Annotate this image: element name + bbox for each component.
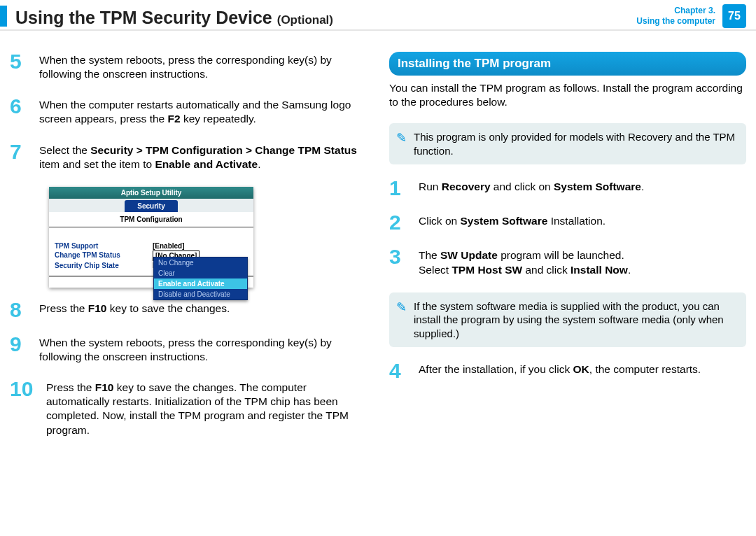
step-number: 8 [10, 300, 34, 319]
right-column: Installing the TPM program You can insta… [389, 52, 746, 453]
step-10: 10 Press the F10 key to save the changes… [10, 379, 367, 437]
note-text: This program is only provided for models… [414, 130, 736, 157]
step-number: 10 [10, 379, 41, 398]
t: Enable and Activate [155, 158, 258, 170]
r-step-1: 1 Run Recovery and click on System Softw… [389, 178, 746, 197]
t: SW Update [440, 249, 498, 261]
step-number: 6 [10, 97, 34, 115]
left-column: 5 When the system reboots, press the cor… [10, 52, 367, 453]
step-5: 5 When the system reboots, press the cor… [10, 52, 367, 81]
t: Select the [39, 144, 90, 156]
step-text: Press the F10 key to save the changes. T… [46, 379, 367, 437]
bios-screenshot: Aptio Setup Utility Security TPM Configu… [49, 187, 253, 288]
accent-bar [0, 6, 7, 27]
bios-menu-item-selected: Enable and Activate [154, 278, 247, 289]
header-right: Chapter 3. Using the computer 75 [636, 4, 746, 28]
chapter-line2: Using the computer [636, 16, 715, 27]
bios-body: TPM Support [Enabled] Change TPM Status … [49, 227, 253, 276]
t: After the installation, if you click [419, 363, 573, 375]
t: , the computer restarts. [589, 363, 701, 375]
note-icon: ✎ [396, 299, 407, 341]
step-text: Press the F10 key to save the changes. [39, 300, 230, 316]
r-step-2: 2 Click on System Software Installation. [389, 213, 746, 232]
content-columns: 5 When the system reboots, press the cor… [0, 31, 756, 453]
t: Press the [39, 302, 88, 314]
bios-dropdown: No Change Clear Enable and Activate Disa… [153, 257, 248, 300]
bios-label: Security Chip State [55, 261, 153, 270]
bios-row: TPM Support [Enabled] [55, 241, 248, 251]
step-text: Select the Security > TPM Configuration … [39, 142, 367, 171]
t: Security > TPM Configuration > Change TP… [90, 144, 357, 156]
t: Install Now [570, 264, 628, 276]
title-sub: (Optional) [277, 13, 333, 27]
page-title: Using the TPM Security Device (Optional) [15, 6, 333, 29]
note-box: ✎ If the system software media is suppli… [389, 292, 746, 348]
step-text: When the system reboots, press the corre… [39, 334, 367, 364]
step-9: 9 When the system reboots, press the cor… [10, 334, 367, 364]
t: F2 [168, 113, 181, 125]
step-number: 2 [389, 213, 413, 232]
chapter-info: Chapter 3. Using the computer [636, 6, 715, 27]
note-icon: ✎ [396, 130, 407, 157]
bios-menu-item: Disable and Deactivate [154, 289, 247, 299]
step-number: 3 [389, 247, 413, 266]
bios-menu-item: No Change [154, 258, 247, 268]
note-box: ✎ This program is only provided for mode… [389, 123, 746, 164]
t: OK [573, 363, 589, 375]
step-8: 8 Press the F10 key to save the changes. [10, 300, 367, 319]
title-wrap: Using the TPM Security Device (Optional) [0, 3, 333, 29]
r-step-4: 4 After the installation, if you click O… [389, 361, 746, 380]
bios-title: Aptio Setup Utility [49, 187, 253, 199]
step-number: 7 [10, 142, 34, 161]
t: . [258, 158, 260, 170]
bios-label: TPM Support [55, 241, 153, 251]
t: Recovery [442, 181, 491, 192]
t: item and set the item to [39, 158, 155, 170]
t: . [628, 264, 631, 276]
section-heading: Installing the TPM program [389, 52, 746, 76]
bios-label: Change TPM Status [55, 251, 153, 261]
title-main: Using the TPM Security Device [15, 8, 272, 27]
step-number: 4 [389, 361, 413, 380]
step-text: When the system reboots, press the corre… [39, 52, 367, 81]
t: program will be launched. [498, 249, 624, 261]
step-text: When the computer restarts automatically… [39, 97, 367, 126]
step-text: The SW Update program will be launched. … [419, 247, 631, 276]
page-header: Using the TPM Security Device (Optional)… [0, 0, 756, 31]
bios-menu-item: Clear [154, 268, 247, 278]
t: key repeatedly. [181, 113, 256, 125]
t: and click on [491, 181, 554, 192]
t: F10 [95, 381, 114, 393]
note-text: If the system software media is supplied… [414, 299, 736, 341]
step-7: 7 Select the Security > TPM Configuratio… [10, 142, 367, 171]
r-step-3: 3 The SW Update program will be launched… [389, 247, 746, 276]
bios-tab-security: Security [125, 200, 177, 212]
t: System Software [554, 181, 641, 192]
t: key to save the changes. [107, 302, 230, 314]
t: Installation. [547, 215, 606, 227]
t: System Software [460, 215, 547, 227]
t: Select [419, 264, 451, 276]
step-6: 6 When the computer restarts automatical… [10, 97, 367, 126]
step-text: Click on System Software Installation. [419, 213, 606, 228]
chapter-line1: Chapter 3. [636, 6, 715, 16]
t: Run [419, 181, 442, 192]
t: Click on [419, 215, 460, 227]
t: The [419, 249, 440, 261]
step-text: Run Recovery and click on System Softwar… [419, 178, 644, 194]
step-number: 1 [389, 178, 413, 197]
t: F10 [88, 302, 107, 314]
step-number: 9 [10, 334, 34, 353]
t: . [641, 181, 644, 192]
step-text: After the installation, if you click OK,… [419, 361, 701, 376]
step-number: 5 [10, 52, 34, 71]
t: and click [522, 264, 570, 276]
bios-tabs: Security [49, 199, 253, 212]
section-intro: You can install the TPM program as follo… [389, 81, 746, 109]
page-number: 75 [722, 4, 746, 28]
t: Press the [46, 381, 95, 393]
t: TPM Host SW [451, 264, 522, 276]
bios-section: TPM Configuration [49, 212, 253, 227]
bios-val: [Enabled] [153, 241, 185, 251]
